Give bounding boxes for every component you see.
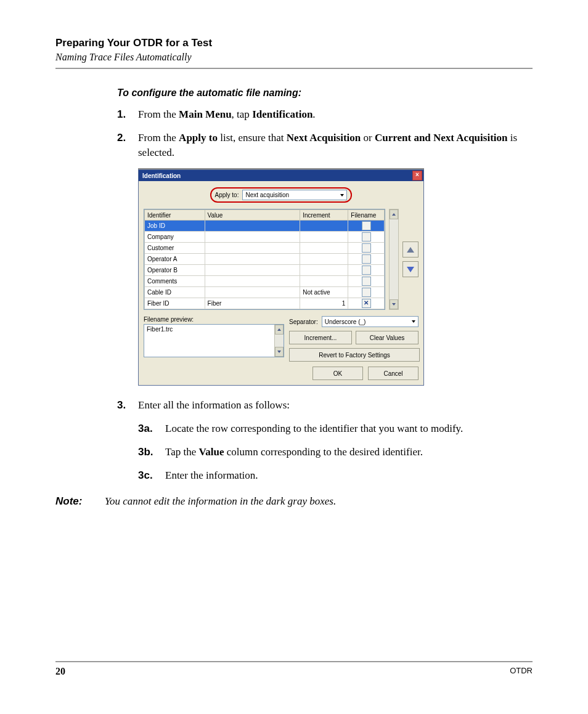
page-number: 20 [55,666,65,677]
dialog-screenshot: Identification × Apply to: Next acquisit… [138,168,424,386]
checkbox[interactable] [362,288,371,297]
preview-box: Fiber1.trc [144,324,284,357]
substep-number: 3b. [138,445,165,460]
grid-scrollbar[interactable] [389,209,399,310]
substep-3a: 3a. Locate the row corresponding to the … [138,421,533,436]
preview-label: Filename preview: [144,316,284,323]
scroll-down-icon[interactable] [390,299,398,309]
checkbox[interactable] [362,299,371,308]
col-identifier[interactable]: Identifier [145,210,205,221]
scroll-up-icon[interactable] [390,209,398,219]
increment-button[interactable]: Increment... [289,331,352,344]
table-row[interactable]: Customer [145,243,385,254]
arrow-up-icon [407,247,414,253]
substep-3b: 3b. Tap the Value column corresponding t… [138,445,533,460]
identifier-grid[interactable]: Identifier Value Increment Filename Job … [144,209,385,310]
section-title: Naming Trace Files Automatically [55,52,533,63]
table-row[interactable]: Fiber IDFiber1 [145,298,385,309]
note: Note: You cannot edit the information in… [55,495,533,508]
page-footer: 20 OTDR [55,661,533,677]
step-1: 1. From the Main Menu, tap Identificatio… [117,107,533,122]
apply-to-highlight: Apply to: Next acquisition [210,187,353,203]
preview-scrollbar[interactable] [274,325,284,357]
clear-values-button[interactable]: Clear Values [356,331,419,344]
table-row[interactable]: Company [145,232,385,243]
footer-divider [55,661,533,662]
substep-text: Enter the information. [165,468,258,483]
step-number: 3. [117,398,138,413]
checkbox[interactable] [362,243,371,253]
separator-label: Separator: [289,318,318,325]
note-text: You cannot edit the information in the d… [105,495,336,508]
preview-value: Fiber1.trc [144,325,284,334]
substep-text: Tap the Value column corresponding to th… [165,445,423,460]
table-row[interactable]: Cable IDNot active [145,287,385,298]
procedure-title: To configure the automatic file naming: [117,87,533,99]
header-divider [55,68,533,69]
table-header-row: Identifier Value Increment Filename [145,210,385,221]
table-row[interactable]: Comments [145,276,385,287]
cancel-button[interactable]: Cancel [368,367,419,380]
step-2: 2. From the Apply to list, ensure that N… [117,131,533,160]
revert-button[interactable]: Revert to Factory Settings [289,348,420,362]
move-up-button[interactable] [402,241,419,258]
arrow-down-icon [407,267,414,272]
step-text: From the Apply to list, ensure that Next… [138,131,533,160]
step-3: 3. Enter all the information as follows: [117,398,533,413]
step-text: Enter all the information as follows: [138,398,290,413]
chevron-down-icon [340,194,344,197]
step-number: 1. [117,107,138,122]
dialog-titlebar: Identification × [139,170,423,181]
col-filename[interactable]: Filename [348,210,385,221]
col-value[interactable]: Value [205,210,300,221]
table-row[interactable]: Operator A [145,254,385,265]
dialog-title: Identification [142,172,412,179]
move-down-button[interactable] [402,261,419,277]
apply-to-dropdown[interactable]: Next acquisition [242,190,347,200]
product-name: OTDR [510,666,533,677]
chapter-title: Preparing Your OTDR for a Test [55,37,533,49]
note-label: Note: [55,495,105,508]
col-increment[interactable]: Increment [300,210,348,221]
apply-to-label: Apply to: [215,192,239,198]
step-text: From the Main Menu, tap Identification. [138,107,316,122]
table-row[interactable]: Job ID [145,221,385,232]
checkbox[interactable] [362,277,371,286]
ok-button[interactable]: OK [312,367,363,380]
checkbox[interactable] [362,221,371,230]
substep-number: 3a. [138,421,165,436]
step-number: 2. [117,131,138,160]
substep-number: 3c. [138,468,165,483]
checkbox[interactable] [362,266,371,275]
close-icon[interactable]: × [412,171,422,181]
table-row[interactable]: Operator B [145,265,385,276]
separator-dropdown[interactable]: Underscore (_) [322,316,419,327]
substep-3c: 3c. Enter the information. [138,468,533,483]
substep-text: Locate the row corresponding to the iden… [165,421,463,436]
checkbox[interactable] [362,232,371,241]
checkbox[interactable] [362,254,371,264]
chevron-down-icon [412,320,415,323]
